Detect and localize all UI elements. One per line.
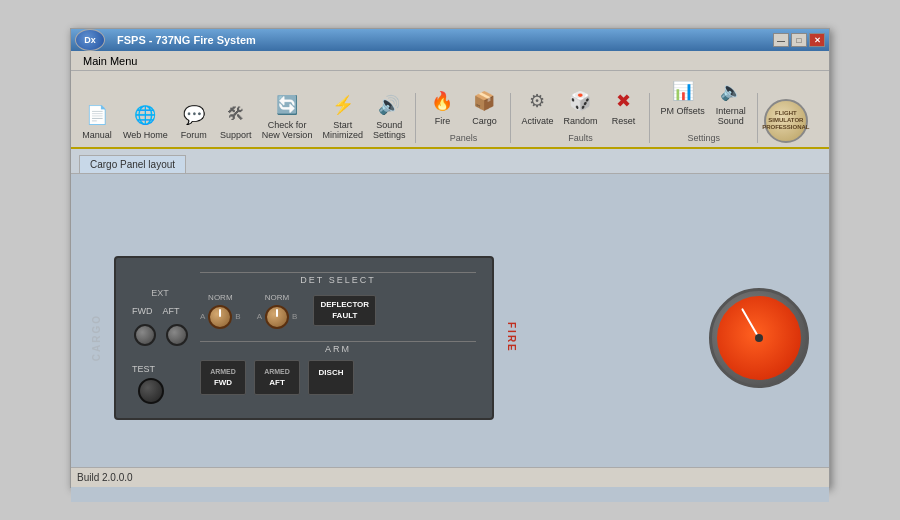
title-bar: Dx FSPS - 737NG Fire System — □ ✕ — [71, 29, 829, 51]
gauge-center — [755, 334, 763, 342]
internal-sound-icon: 🔈 — [717, 77, 745, 105]
armed-fwd-top: ARMED — [209, 367, 237, 377]
random-label: Random — [563, 117, 597, 127]
forum-label: Forum — [181, 131, 207, 141]
ext-buttons — [134, 324, 188, 346]
switch-b2: B — [292, 312, 297, 321]
content-area: CARGO EXT FWD AFT — [71, 174, 829, 502]
fire-side-label: FIRE — [506, 322, 517, 353]
gauge-outer — [709, 288, 809, 388]
panels-group-label: Panels — [450, 133, 478, 143]
test-button[interactable] — [138, 378, 164, 404]
activate-label: Activate — [521, 117, 553, 127]
internal-sound-button[interactable]: 🔈 Internal Sound — [711, 75, 751, 129]
norm1-label: NORM — [208, 293, 232, 302]
switch-b1: B — [235, 312, 240, 321]
switch-a2: A — [257, 312, 262, 321]
activate-button[interactable]: ⚙ Activate — [517, 85, 557, 129]
check-version-icon: 🔄 — [273, 91, 301, 119]
minimize-button[interactable]: — — [773, 33, 789, 47]
web-home-button[interactable]: 🌐 Web Home — [119, 99, 172, 143]
start-minimized-button[interactable]: ⚡ Start Minimized — [318, 89, 367, 143]
forum-icon: 💬 — [180, 101, 208, 129]
status-bar: Build 2.0.0.0 — [71, 467, 829, 487]
pm-offsets-label: PM Offsets — [660, 107, 704, 117]
activate-icon: ⚙ — [523, 87, 551, 115]
support-icon: 🛠 — [222, 101, 250, 129]
manual-icon: 📄 — [83, 101, 111, 129]
test-label: TEST — [132, 364, 188, 374]
norm2-switches: A B — [257, 305, 298, 329]
armed-aft-button[interactable]: ARMED AFT — [254, 360, 300, 395]
reset-label: Reset — [612, 117, 636, 127]
det-select-label: DET SELECT — [200, 272, 476, 285]
faults-group-label: Faults — [568, 133, 593, 143]
sound-settings-button[interactable]: 🔊 Sound Settings — [369, 89, 410, 143]
aft-btn[interactable] — [166, 324, 188, 346]
web-home-label: Web Home — [123, 131, 168, 141]
panel-outer: CARGO EXT FWD AFT — [91, 256, 517, 420]
cargo-icon: 📦 — [470, 87, 498, 115]
norm-group-2: NORM A B — [257, 293, 298, 329]
switch-a1: A — [200, 312, 205, 321]
random-icon: 🎲 — [566, 87, 594, 115]
check-version-label: Check for New Version — [262, 121, 313, 141]
fire-button[interactable]: 🔥 Fire — [422, 85, 462, 129]
arm-label: ARM — [200, 341, 476, 354]
settings-group-label: Settings — [687, 133, 720, 143]
circular-logo: FLIGHTSIMULATORPROFESSIONAL — [764, 99, 808, 143]
separator-4 — [757, 93, 758, 143]
toolbar: 📄 Manual 🌐 Web Home 💬 Forum 🛠 Support 🔄 … — [71, 71, 829, 149]
build-label: Build 2.0.0.0 — [77, 472, 133, 483]
disch-button[interactable]: DISCH — [308, 360, 354, 395]
fire-icon: 🔥 — [428, 87, 456, 115]
deflector-fault-button[interactable]: DEFLECTOR FAULT — [313, 295, 376, 326]
manual-button[interactable]: 📄 Manual — [77, 99, 117, 143]
ext-label: EXT — [132, 288, 188, 298]
random-button[interactable]: 🎲 Random — [559, 85, 601, 129]
reset-icon: ✖ — [609, 87, 637, 115]
maximize-button[interactable]: □ — [791, 33, 807, 47]
aft-label: AFT — [163, 306, 180, 316]
disch-label: DISCH — [319, 368, 344, 377]
armed-fwd-label: FWD — [214, 378, 232, 387]
fwd-btn[interactable] — [134, 324, 156, 346]
check-version-button[interactable]: 🔄 Check for New Version — [258, 89, 317, 143]
menu-bar: Main Menu — [71, 51, 829, 71]
forum-button[interactable]: 💬 Forum — [174, 99, 214, 143]
pm-offsets-icon: 📊 — [669, 77, 697, 105]
start-minimized-icon: ⚡ — [329, 91, 357, 119]
armed-fwd-button[interactable]: ARMED FWD — [200, 360, 246, 395]
cargo-label: Cargo — [472, 117, 497, 127]
pm-offsets-button[interactable]: 📊 PM Offsets — [656, 75, 708, 129]
menu-main[interactable]: Main Menu — [75, 53, 145, 69]
start-minimized-label: Start Minimized — [322, 121, 363, 141]
tab-area: Cargo Panel layout — [71, 149, 829, 174]
internal-sound-label: Internal Sound — [716, 107, 746, 127]
sound-settings-icon: 🔊 — [375, 91, 403, 119]
gauge-inner — [717, 296, 801, 380]
cargo-side-label: CARGO — [91, 314, 102, 361]
reset-button[interactable]: ✖ Reset — [603, 85, 643, 129]
norm2-knob[interactable] — [265, 305, 289, 329]
test-section: TEST — [132, 364, 188, 404]
close-button[interactable]: ✕ — [809, 33, 825, 47]
separator-3 — [649, 93, 650, 143]
separator-1 — [415, 93, 416, 143]
manual-label: Manual — [82, 131, 112, 141]
main-window: Dx FSPS - 737NG Fire System — □ ✕ Main M… — [70, 28, 830, 488]
norm-group-1: NORM A B — [200, 293, 241, 329]
cargo-panel-tab[interactable]: Cargo Panel layout — [79, 155, 186, 173]
dx-logo: Dx — [75, 29, 105, 51]
separator-2 — [510, 93, 511, 143]
support-button[interactable]: 🛠 Support — [216, 99, 256, 143]
arm-buttons: ARMED FWD ARMED AFT DISCH — [200, 360, 476, 395]
fwd-aft-labels: FWD AFT — [132, 306, 188, 316]
norm-row: NORM A B NORM — [200, 293, 476, 329]
web-home-icon: 🌐 — [131, 101, 159, 129]
arm-section: ARM ARMED FWD ARMED AFT — [200, 341, 476, 395]
gauge-container — [709, 288, 809, 388]
cargo-button[interactable]: 📦 Cargo — [464, 85, 504, 129]
norm1-knob[interactable] — [208, 305, 232, 329]
norm2-label: NORM — [265, 293, 289, 302]
